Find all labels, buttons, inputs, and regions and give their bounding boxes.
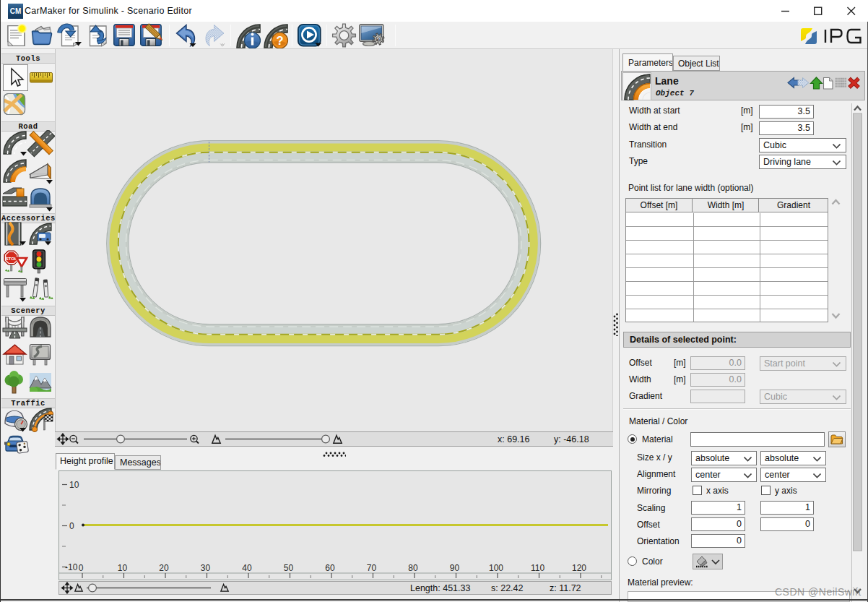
- svg-text:50: 50: [284, 563, 294, 573]
- svg-text:10: 10: [69, 480, 79, 490]
- svg-text:z: 11.72: z: 11.72: [550, 583, 581, 593]
- svg-text:x: 69.16: x: 69.16: [498, 434, 530, 444]
- svg-text:90: 90: [450, 563, 460, 573]
- svg-text:10: 10: [118, 563, 128, 573]
- svg-text:s: 22.42: s: 22.42: [491, 583, 524, 593]
- svg-text:30: 30: [201, 563, 211, 573]
- svg-text:0: 0: [69, 521, 74, 531]
- svg-text:0: 0: [79, 563, 84, 573]
- svg-text:y: -46.18: y: -46.18: [554, 434, 589, 444]
- svg-text:?: ?: [276, 34, 283, 47]
- svg-text:120: 120: [572, 563, 586, 573]
- svg-text:Length: 451.33: Length: 451.33: [410, 583, 470, 593]
- svg-text:60: 60: [325, 563, 335, 573]
- svg-text:80: 80: [408, 563, 418, 573]
- svg-text:20: 20: [159, 563, 169, 573]
- svg-text:100: 100: [489, 563, 503, 573]
- svg-text:e: e: [377, 36, 381, 43]
- svg-text:40: 40: [242, 563, 252, 573]
- svg-text:110: 110: [531, 563, 544, 573]
- svg-text:70: 70: [367, 563, 377, 573]
